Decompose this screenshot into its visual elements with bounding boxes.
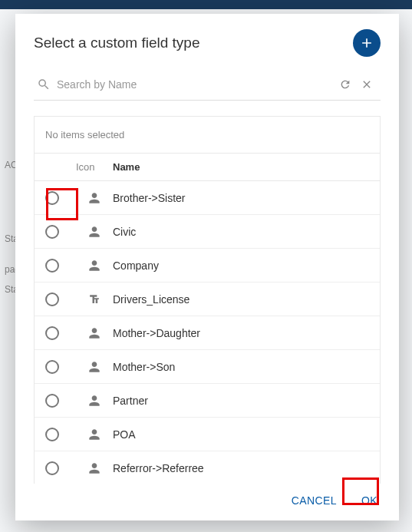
- row-name: Partner: [113, 395, 369, 407]
- search-input[interactable]: [51, 75, 335, 94]
- row-radio[interactable]: [45, 360, 59, 374]
- reload-icon: [339, 78, 351, 91]
- plus-icon: [359, 35, 374, 51]
- column-icon-label: Icon: [76, 161, 113, 173]
- row-name: Drivers_License: [113, 293, 369, 306]
- person-icon: [76, 258, 113, 273]
- close-icon: [361, 78, 373, 91]
- person-icon: [76, 190, 113, 206]
- column-header: Icon Name: [35, 153, 380, 181]
- person-icon: [76, 427, 113, 442]
- row-name: Civic: [113, 226, 369, 238]
- row-radio[interactable]: [45, 225, 59, 239]
- person-icon: [76, 461, 113, 476]
- add-button[interactable]: [353, 29, 381, 57]
- person-icon: [76, 224, 113, 240]
- dialog-title: Select a custom field type: [34, 35, 200, 51]
- table-row[interactable]: POA: [35, 418, 380, 451]
- row-radio[interactable]: [45, 292, 59, 306]
- search-icon: [37, 78, 51, 91]
- selection-status: No items selected: [35, 117, 380, 153]
- text-icon: [76, 292, 113, 307]
- clear-button[interactable]: [356, 74, 377, 95]
- search-bar: [34, 69, 381, 101]
- row-name: Brother->Sister: [113, 192, 369, 204]
- cancel-button[interactable]: CANCEL: [282, 488, 346, 513]
- row-radio[interactable]: [45, 461, 59, 475]
- table-row[interactable]: Civic: [35, 215, 380, 249]
- person-icon: [76, 359, 113, 375]
- row-radio[interactable]: [45, 394, 59, 408]
- select-field-type-dialog: Select a custom field type No items sele…: [15, 14, 399, 520]
- row-radio[interactable]: [45, 326, 59, 340]
- row-radio[interactable]: [45, 191, 59, 205]
- row-name: Company: [113, 259, 369, 272]
- table-row[interactable]: Company: [35, 249, 380, 283]
- table-row[interactable]: Mother->Son: [35, 350, 380, 384]
- row-name: Referror->Referree: [113, 462, 369, 474]
- table-row[interactable]: Brother->Sister: [35, 181, 380, 215]
- table-row[interactable]: Partner: [35, 384, 380, 418]
- reload-button[interactable]: [335, 74, 356, 95]
- row-name: POA: [113, 428, 369, 441]
- person-icon: [76, 325, 113, 341]
- person-icon: [76, 393, 113, 408]
- table-row[interactable]: Drivers_License: [35, 283, 380, 316]
- ok-button[interactable]: OK: [352, 488, 387, 513]
- row-radio[interactable]: [45, 428, 59, 441]
- table-row[interactable]: Mother->Daughter: [35, 316, 380, 350]
- row-name: Mother->Son: [113, 361, 369, 373]
- table-row[interactable]: Referror->Referree: [35, 451, 380, 484]
- row-radio[interactable]: [45, 259, 59, 273]
- column-name-label: Name: [113, 161, 369, 173]
- row-name: Mother->Daughter: [113, 327, 369, 339]
